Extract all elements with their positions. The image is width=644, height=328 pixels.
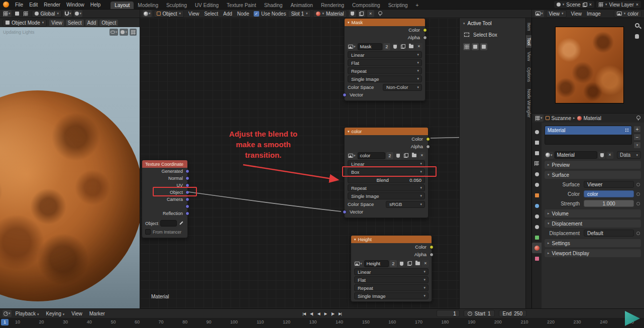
tool-option-icon[interactable] [472, 43, 479, 50]
fake-user-button[interactable] [394, 152, 401, 159]
editor-type-icon[interactable]: ▾ [534, 10, 544, 17]
reflection-output-socket[interactable] [185, 211, 189, 215]
interpolation-dropdown[interactable]: Linear▾ [348, 51, 422, 58]
tab-physics[interactable] [532, 222, 542, 232]
fake-user-button[interactable] [598, 152, 605, 159]
menu-item[interactable]: File [12, 2, 26, 8]
transport-button[interactable]: |◀ [300, 311, 307, 316]
panel-preview[interactable]: ▸Preview [545, 161, 641, 169]
collapse-icon[interactable]: ▾ [348, 130, 350, 134]
tab-tool[interactable] [532, 127, 542, 137]
tab-material[interactable] [532, 243, 542, 253]
pan-hand-icon[interactable] [633, 32, 641, 40]
3d-viewport[interactable]: Object Mode ▾ ViewSelectAddObject Updati… [0, 18, 140, 308]
menu-marker[interactable]: Marker [86, 311, 108, 316]
editor-type-icon[interactable]: ▾ [3, 310, 12, 317]
overlays-icon[interactable] [130, 29, 137, 36]
projection-dropdown[interactable]: Flat▾ [354, 276, 428, 283]
tab-view[interactable]: View [526, 49, 531, 63]
workspace-tab-layout[interactable]: Layout [111, 2, 134, 9]
displacement-value-dropdown[interactable]: Default [584, 230, 634, 237]
color-space-dropdown[interactable]: sRGB▾ [386, 201, 425, 208]
timeline-ruler[interactable]: 1020304050607080901001101201301401501601… [0, 318, 644, 328]
workspace-tab-rendering[interactable]: Rendering [317, 2, 348, 9]
tab-object[interactable] [532, 190, 542, 200]
open-image-button[interactable] [414, 260, 421, 267]
breadcrumb-object[interactable]: Suzanne [552, 116, 571, 121]
alpha-output-socket[interactable] [426, 145, 430, 149]
open-image-button[interactable] [410, 152, 417, 159]
shader-type-dropdown[interactable]: Object ▾ [154, 10, 184, 18]
menu-item[interactable]: Image [584, 11, 603, 17]
menu-item[interactable]: Help [87, 2, 104, 8]
tab-render[interactable] [532, 137, 542, 148]
transport-button[interactable]: ▶| [337, 311, 344, 316]
blender-logo-icon[interactable] [3, 2, 9, 8]
image-editor[interactable] [531, 18, 644, 113]
workspace-tab-animation[interactable]: Animation [286, 2, 316, 9]
workspace-tab-compositing[interactable]: Compositing [348, 2, 384, 9]
node-header[interactable]: ▾ Height [351, 236, 432, 243]
color-value-link[interactable]: color [584, 190, 634, 197]
use-nodes-checkbox[interactable]: ✓ [254, 11, 259, 17]
material-name-field[interactable]: Material [555, 151, 597, 159]
node-header[interactable]: ▾ Mask [345, 19, 425, 26]
editor-type-icon[interactable]: ▾ [3, 10, 12, 17]
workspace-tab-modeling[interactable]: Modeling [134, 2, 162, 9]
menu-item[interactable]: View [186, 11, 202, 17]
material-slot-row[interactable]: Material [545, 126, 631, 135]
transport-button[interactable]: ◀| [308, 311, 315, 316]
workspace-tab-scripting[interactable]: Scripting [384, 2, 412, 9]
workspace-tab-sculpting[interactable]: Sculpting [162, 2, 191, 9]
extension-dropdown[interactable]: Repeat▾ [348, 67, 422, 74]
blend-slider[interactable]: Blend 0.050 [348, 176, 425, 183]
interpolation-dropdown[interactable]: Linear▾ [354, 268, 428, 275]
browse-material-icon[interactable]: ▾ [545, 152, 554, 159]
end-frame-field[interactable]: End 250 [499, 310, 526, 317]
menu-keying[interactable]: Keying ▾ [43, 311, 67, 316]
new-material-button[interactable] [358, 10, 365, 17]
tab-output[interactable] [532, 148, 542, 158]
workspace-tab-texture-paint[interactable]: Texture Paint [223, 2, 260, 9]
slot-specials-button[interactable]: ▾ [633, 142, 641, 149]
menu-item[interactable]: View [49, 20, 64, 26]
node-socket-decorator-icon[interactable] [636, 192, 640, 196]
projection-dropdown[interactable]: Flat▾ [348, 59, 422, 66]
source-dropdown[interactable]: Single Image▾ [354, 292, 428, 299]
remove-slot-button[interactable]: − [633, 134, 641, 141]
panel-volume[interactable]: ▸Volume [545, 209, 641, 217]
from-instancer-checkbox[interactable] [145, 229, 151, 235]
new-image-button[interactable] [402, 152, 409, 159]
unlink-button[interactable]: × [418, 152, 425, 159]
unlink-button[interactable]: × [367, 10, 374, 17]
tool-option-icon[interactable] [463, 43, 470, 50]
object-field[interactable] [160, 220, 177, 227]
image-name-field[interactable]: Mask [358, 43, 382, 50]
transform-orientation-dropdown[interactable]: Global ▾ [32, 10, 62, 18]
alpha-output-socket[interactable] [423, 36, 427, 40]
fake-user-button[interactable] [398, 260, 405, 267]
image-name-field[interactable]: color [358, 152, 385, 159]
node-socket-decorator-icon[interactable] [636, 232, 640, 235]
tab-particles[interactable] [532, 211, 542, 222]
source-dropdown[interactable]: Single Image▾ [348, 75, 422, 82]
color-space-dropdown[interactable]: Non-Color▾ [383, 84, 422, 91]
node-socket-decorator-icon[interactable] [636, 183, 640, 186]
image-icon[interactable]: ▾ [347, 43, 357, 50]
scene-selector[interactable]: ▾ Scene × [554, 1, 594, 8]
tab-node-wrangler[interactable]: Node Wrangler [526, 86, 531, 120]
transport-button[interactable]: ▶ [323, 311, 329, 316]
menu-item[interactable]: Node [235, 11, 252, 17]
normal-output-socket[interactable] [185, 176, 189, 180]
menu-item[interactable]: Render [41, 2, 63, 8]
visibility-eye-icon[interactable]: ▾ [110, 29, 119, 36]
tab-view-layer[interactable] [532, 158, 542, 169]
tab-texture[interactable] [532, 253, 542, 264]
current-frame-badge[interactable]: 1 [1, 319, 9, 325]
add-slot-button[interactable]: + [633, 126, 641, 133]
image-mode-dropdown[interactable]: View ▾ [546, 10, 567, 18]
node-header[interactable]: ▾ color [345, 128, 428, 135]
color-output-socket[interactable] [426, 137, 430, 141]
menu-item[interactable]: Select [201, 11, 221, 17]
new-image-button[interactable] [399, 43, 406, 50]
